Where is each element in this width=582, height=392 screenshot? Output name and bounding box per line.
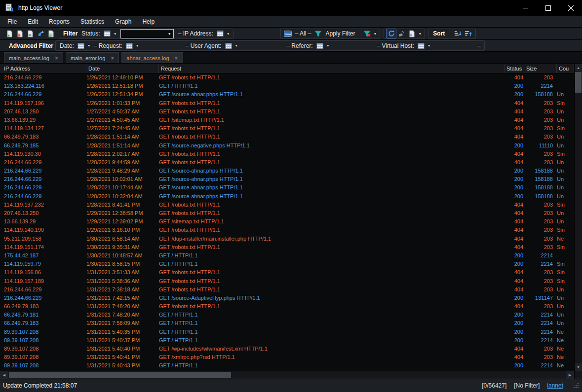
- sort-ascending-icon[interactable]: [453, 29, 463, 38]
- tab-close-icon[interactable]: ×: [175, 55, 178, 61]
- table-row[interactable]: 216.244.66.2291/28/2021 10:02:01 AMGET /…: [0, 175, 574, 183]
- vendor-link[interactable]: iannet: [547, 382, 563, 389]
- table-row[interactable]: 114.119.140.1901/29/2021 3:16:10 PMGET /…: [0, 226, 574, 234]
- vertical-scroll-thumb[interactable]: [575, 72, 582, 93]
- virtual-host-picker-grid-icon[interactable]: [416, 41, 427, 51]
- chevron-down-icon: ▼: [114, 32, 117, 36]
- menu-file[interactable]: File: [2, 16, 22, 27]
- column-header-ip[interactable]: IP Address: [0, 64, 86, 73]
- table-row[interactable]: 175.44.42.1871/30/2021 10:48:57 AMGET / …: [0, 251, 574, 260]
- clear-log-icon[interactable]: [396, 29, 407, 38]
- scroll-right-icon[interactable]: ▶: [566, 371, 574, 379]
- table-row[interactable]: 216.244.66.2291/28/2021 10:32:04 AMGET /…: [0, 192, 574, 201]
- table-row[interactable]: 13.66.139.291/29/2021 12:39:02 PMGET /si…: [0, 217, 574, 226]
- request-picker-grid-icon[interactable]: [124, 41, 135, 51]
- user-agent-picker-grid-icon[interactable]: [223, 41, 233, 51]
- table-row[interactable]: 114.119.159.791/30/2021 8:58:15 PMGET / …: [0, 260, 574, 268]
- table-row[interactable]: 114.119.157.1891/31/2021 5:38:36 AMGET /…: [0, 277, 574, 285]
- menu-statistics[interactable]: Statistics: [75, 16, 110, 27]
- minimize-button[interactable]: [514, 0, 537, 16]
- table-row[interactable]: 216.244.66.2291/31/2021 7:38:18 AMGET /r…: [0, 285, 574, 294]
- table-row[interactable]: 114.119.134.1271/27/2021 7:24:45 AMGET /…: [0, 124, 574, 133]
- www-icon[interactable]: www: [283, 29, 293, 38]
- export-log-icon[interactable]: [46, 29, 56, 38]
- table-row[interactable]: 89.39.107.2081/31/2021 5:40:37 PMGET / H…: [0, 336, 574, 345]
- table-row[interactable]: 216.244.66.2291/28/2021 9:48:29 AMGET /s…: [0, 167, 574, 175]
- tab-ahnar-access-log[interactable]: ahnar_access.log ×: [121, 52, 183, 63]
- table-row[interactable]: 114.119.151.1741/30/2021 9:35:31 AMGET /…: [0, 243, 574, 251]
- combo-dropdown-icon[interactable]: ▼: [166, 30, 173, 38]
- cell-status: 404: [504, 285, 524, 294]
- resize-grip[interactable]: [573, 382, 580, 389]
- clear-filter-funnel-icon[interactable]: [362, 29, 372, 38]
- table-row[interactable]: 207.46.13.2501/27/2021 4:50:37 AMGET /ro…: [0, 107, 574, 116]
- table-row[interactable]: 114.119.130.301/28/2021 2:02:17 AMGET /r…: [0, 150, 574, 158]
- cell-size: 203: [524, 73, 557, 82]
- table-row[interactable]: 114.119.156.861/31/2021 3:51:33 AMGET /r…: [0, 268, 574, 277]
- open-file-icon[interactable]: [4, 29, 15, 38]
- horizontal-scroll-track[interactable]: [8, 371, 566, 379]
- column-header-request[interactable]: Request: [159, 64, 504, 73]
- table-row[interactable]: 216.244.66.2291/28/2021 9:44:59 AMGET /r…: [0, 158, 574, 167]
- column-header-date[interactable]: Date: [86, 64, 159, 73]
- table-row[interactable]: 66.249.79.1831/31/2021 7:48:20 AMGET /ro…: [0, 302, 574, 311]
- menu-help[interactable]: Help: [137, 16, 160, 27]
- table-row[interactable]: 123.183.224.1161/26/2021 12:51:18 PMGET …: [0, 82, 574, 90]
- table-row[interactable]: 89.39.107.2081/31/2021 5:40:35 PMGET / H…: [0, 328, 574, 336]
- tab-close-icon[interactable]: ×: [55, 55, 58, 61]
- auto-refresh-icon[interactable]: [386, 29, 396, 38]
- cell-size: 2214: [524, 311, 557, 319]
- tail-log-icon[interactable]: [407, 29, 417, 38]
- filter-value-combobox[interactable]: ▼: [120, 29, 174, 38]
- apply-filter-funnel-icon[interactable]: [313, 29, 323, 38]
- status-picker-grid-icon[interactable]: [102, 29, 113, 38]
- cell-req: GET / HTTP/1.1: [159, 311, 504, 319]
- horizontal-scroll-thumb[interactable]: [9, 372, 231, 378]
- cell-cou: Un: [557, 319, 574, 327]
- table-row[interactable]: 13.66.139.291/27/2021 4:50:45 AMGET /sit…: [0, 116, 574, 124]
- referer-picker-grid-icon[interactable]: [315, 41, 325, 51]
- table-row[interactable]: 207.46.13.2501/29/2021 12:38:58 PMGET /r…: [0, 209, 574, 217]
- table-row[interactable]: 114.119.137.2321/28/2021 8:41:41 PMGET /…: [0, 201, 574, 209]
- table-row[interactable]: 89.39.107.2081/31/2021 5:40:43 PMGET / H…: [0, 361, 574, 370]
- table-row[interactable]: 89.39.107.2081/31/2021 5:40:41 PMGET /xm…: [0, 353, 574, 361]
- sort-descending-icon[interactable]: [463, 29, 473, 38]
- tab-main-error-log[interactable]: main_error.log ×: [66, 52, 119, 63]
- vertical-scroll-track[interactable]: [575, 71, 582, 363]
- close-button[interactable]: [559, 0, 582, 16]
- tab-main-access-log[interactable]: main_access.log ×: [4, 52, 63, 63]
- filter-scope-label[interactable]: – All –: [295, 30, 311, 37]
- table-row[interactable]: 95.211.209.1581/30/2021 6:58:14 AMGET /d…: [0, 235, 574, 243]
- table-row[interactable]: 114.119.157.1961/26/2021 1:01:33 PMGET /…: [0, 99, 574, 107]
- table-row[interactable]: 216.244.66.2291/26/2021 12:51:34 PMGET /…: [0, 90, 574, 99]
- remote-tail-icon[interactable]: [36, 29, 46, 38]
- menu-graph[interactable]: Graph: [110, 16, 137, 27]
- vertical-scrollbar[interactable]: ▲ ▼: [574, 64, 582, 371]
- table-row[interactable]: 66.249.79.1831/31/2021 7:58:09 AMGET / H…: [0, 319, 574, 327]
- reopen-log-icon[interactable]: [25, 29, 36, 38]
- table-row[interactable]: 216.244.66.2291/26/2021 12:49:10 PMGET /…: [0, 73, 574, 82]
- apply-filter-label[interactable]: Apply Filter: [325, 30, 355, 37]
- horizontal-scrollbar[interactable]: ◀ ▶: [0, 371, 582, 379]
- table-row[interactable]: 66.249.79.1851/28/2021 1:51:14 AMGET /so…: [0, 142, 574, 150]
- table-row[interactable]: 66.249.79.1811/31/2021 7:48:20 AMGET / H…: [0, 311, 574, 319]
- cell-size: 2214: [524, 82, 557, 90]
- table-row[interactable]: 89.39.107.2081/31/2021 5:40:40 PMGET /wp…: [0, 345, 574, 353]
- table-row[interactable]: 216.244.66.2291/31/2021 7:42:15 AMGET /s…: [0, 294, 574, 302]
- column-header-country[interactable]: Cou: [557, 64, 574, 73]
- menu-edit[interactable]: Edit: [22, 16, 43, 27]
- column-header-size[interactable]: Size: [524, 64, 557, 73]
- tab-close-icon[interactable]: ×: [111, 55, 114, 61]
- scroll-down-icon[interactable]: ▼: [575, 363, 582, 371]
- cell-status: 200: [504, 251, 524, 260]
- menu-reports[interactable]: Reports: [43, 16, 75, 27]
- open-url-icon[interactable]: [15, 29, 25, 38]
- table-row[interactable]: 216.244.66.2291/28/2021 10:17:44 AMGET /…: [0, 183, 574, 192]
- table-row[interactable]: 66.249.79.1831/28/2021 1:51:14 AMGET /ro…: [0, 133, 574, 141]
- scroll-up-icon[interactable]: ▲: [575, 64, 582, 71]
- date-picker-grid-icon[interactable]: [76, 41, 86, 51]
- scroll-left-icon[interactable]: ◀: [0, 371, 8, 379]
- column-header-status[interactable]: Status: [504, 64, 524, 73]
- maximize-button[interactable]: [537, 0, 559, 16]
- ip-picker-grid-icon[interactable]: [215, 29, 226, 38]
